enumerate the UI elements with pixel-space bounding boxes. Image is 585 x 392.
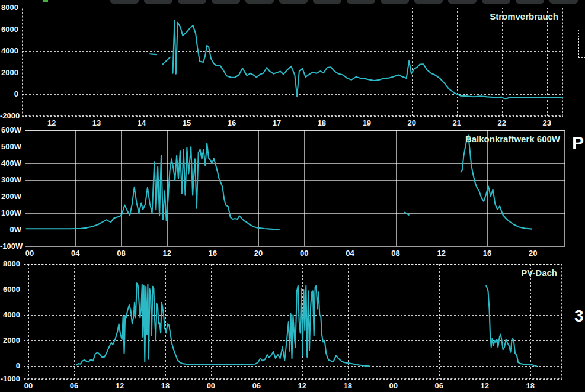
y-tick-label: 0 <box>0 89 18 99</box>
top-tab[interactable] <box>279 0 308 4</box>
y-tick-label: 2000 <box>0 336 20 345</box>
y-tick-label: -1000 <box>0 374 20 384</box>
x-tick-label: 00 <box>15 381 41 390</box>
x-tick-label: 14 <box>129 118 155 127</box>
x-tick-label: 12 <box>39 118 65 127</box>
y-tick-label: 6000 <box>0 285 20 294</box>
plot-area-stromverbrauch[interactable] <box>22 8 563 116</box>
x-tick-label: 18 <box>309 118 335 127</box>
x-tick-label: 20 <box>245 249 271 258</box>
x-tick-label: 12 <box>154 249 180 258</box>
top-tab[interactable] <box>110 0 139 4</box>
x-tick-label: 12 <box>107 381 133 390</box>
x-tick-label: 06 <box>426 381 452 390</box>
x-tick-label: 16 <box>219 118 245 127</box>
x-tick-label: 16 <box>200 249 226 258</box>
y-tick-label: 200W <box>0 192 21 201</box>
x-tick-label: 06 <box>61 381 87 390</box>
x-tick-label: 16 <box>474 249 500 258</box>
y-tick-label: 2000 <box>0 68 18 78</box>
y-tick-label: 0W <box>0 225 21 234</box>
x-tick-label: 18 <box>517 381 544 390</box>
top-tab[interactable] <box>448 0 477 4</box>
top-tab-strip <box>110 0 578 4</box>
y-tick-label: 400W <box>0 159 21 168</box>
x-tick-label: 18 <box>335 381 361 390</box>
x-tick-label: 08 <box>383 249 409 258</box>
y-tick-label: 0 <box>0 361 20 371</box>
x-tick-label: 00 <box>291 249 317 258</box>
x-tick-label: 18 <box>152 381 178 390</box>
x-tick-label: 20 <box>399 118 425 127</box>
legend-cutoff-box[interactable] <box>578 30 585 58</box>
top-tab[interactable] <box>482 0 510 4</box>
top-tab[interactable] <box>516 0 544 4</box>
top-tab[interactable] <box>381 0 409 4</box>
y-tick-label: 8000 <box>0 3 18 12</box>
y-tick-label: 6000 <box>0 25 18 34</box>
top-tab[interactable] <box>178 0 206 4</box>
x-tick-label: 13 <box>84 118 110 127</box>
top-tab[interactable] <box>313 0 341 4</box>
x-tick-label: 12 <box>472 381 498 390</box>
right-pane-text-p: P <box>572 133 584 153</box>
plot-area-balkonkraftwerk[interactable] <box>25 130 565 246</box>
plot-area-pv-dach[interactable] <box>24 264 562 379</box>
y-tick-label: 100W <box>0 208 21 218</box>
y-tick-label: -2000 <box>0 111 18 121</box>
y-tick-label: 600W <box>0 126 21 135</box>
x-tick-label: 22 <box>489 118 515 127</box>
x-tick-label: 21 <box>444 118 470 127</box>
top-tab[interactable] <box>144 0 172 4</box>
y-tick-label: 8000 <box>0 259 20 269</box>
top-tab[interactable] <box>414 0 443 4</box>
x-tick-label: 04 <box>337 249 363 258</box>
y-tick-label: 500W <box>0 142 21 152</box>
right-pane-text-3: 3 <box>574 307 584 326</box>
x-tick-label: 00 <box>198 381 224 390</box>
x-tick-label: 19 <box>354 118 380 127</box>
y-tick-label: 4000 <box>0 310 20 320</box>
green-indicator-mark <box>43 0 48 2</box>
x-tick-label: 23 <box>534 118 560 127</box>
x-tick-label: 20 <box>520 249 546 258</box>
x-tick-label: 06 <box>244 381 270 390</box>
x-tick-label: 12 <box>429 249 455 258</box>
top-tab[interactable] <box>347 0 375 4</box>
top-tab[interactable] <box>212 0 240 4</box>
x-tick-label: 04 <box>62 249 88 258</box>
x-tick-label: 12 <box>289 381 315 390</box>
top-tab[interactable] <box>549 0 578 4</box>
x-tick-label: 15 <box>174 118 200 127</box>
y-tick-label: 4000 <box>0 46 18 56</box>
top-tab[interactable] <box>245 0 274 4</box>
x-tick-label: 00 <box>17 249 43 258</box>
x-tick-label: 00 <box>381 381 407 390</box>
y-tick-label: -100W <box>0 242 21 251</box>
x-tick-label: 17 <box>264 118 290 127</box>
x-tick-label: 08 <box>108 249 134 258</box>
y-tick-label: 300W <box>0 175 21 185</box>
